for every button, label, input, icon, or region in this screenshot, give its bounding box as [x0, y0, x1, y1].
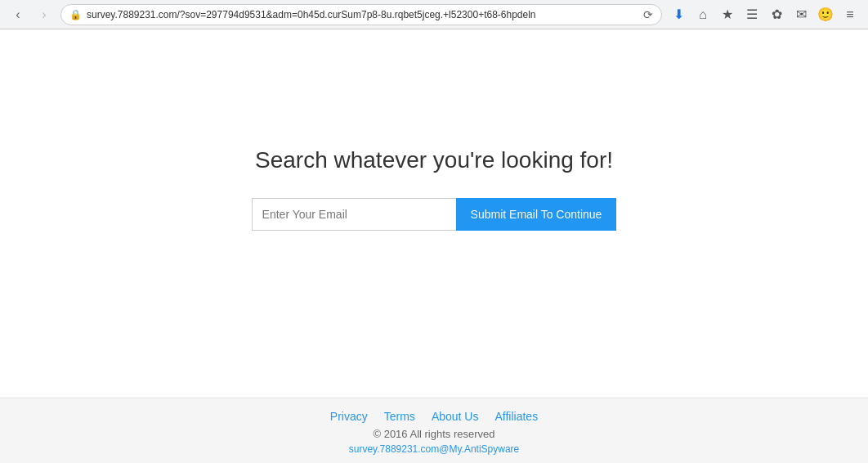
home-button[interactable]: ⌂: [691, 3, 714, 26]
footer-links: Privacy Terms About Us Affiliates: [0, 410, 868, 423]
lock-icon: 🔒: [69, 9, 82, 20]
affiliates-link[interactable]: Affiliates: [494, 410, 538, 423]
copyright-text: © 2016 All rights reserved: [0, 428, 868, 440]
main-content: Search whatever you're looking for! Subm…: [0, 29, 868, 463]
download-button[interactable]: ⬇: [667, 3, 690, 26]
share-button[interactable]: ✉: [790, 3, 812, 26]
search-title: Search whatever you're looking for!: [255, 147, 613, 173]
footer-url-text: survey.7889231.com@My.AntiSpyware: [0, 443, 868, 455]
forward-button[interactable]: ›: [33, 3, 56, 26]
address-bar[interactable]: 🔒 survey.7889231.com/?sov=297794d9531&ad…: [60, 4, 662, 25]
bookmark-button[interactable]: ★: [716, 3, 739, 26]
emoji-button[interactable]: 🙂: [814, 3, 837, 26]
browser-toolbar: ‹ › 🔒 survey.7889231.com/?sov=297794d953…: [0, 0, 868, 29]
back-button[interactable]: ‹: [7, 3, 29, 26]
footer: Privacy Terms About Us Affiliates © 2016…: [0, 398, 868, 463]
url-text: survey.7889231.com/?sov=297794d9531&adm=…: [87, 9, 638, 20]
search-form: Submit Email To Continue: [252, 198, 617, 231]
privacy-link[interactable]: Privacy: [330, 410, 368, 423]
email-input[interactable]: [252, 198, 456, 231]
submit-button[interactable]: Submit Email To Continue: [456, 198, 617, 231]
browser-actions: ⬇ ⌂ ★ ☰ ✿ ✉ 🙂 ≡: [667, 3, 861, 26]
nav-buttons: ‹ ›: [7, 3, 56, 26]
refresh-icon[interactable]: ⟳: [643, 8, 653, 21]
reader-button[interactable]: ☰: [740, 3, 763, 26]
terms-link[interactable]: Terms: [384, 410, 415, 423]
search-area: Search whatever you're looking for! Subm…: [0, 29, 868, 398]
menu-button[interactable]: ≡: [839, 3, 861, 26]
pocket-button[interactable]: ✿: [765, 3, 788, 26]
about-us-link[interactable]: About Us: [432, 410, 479, 423]
